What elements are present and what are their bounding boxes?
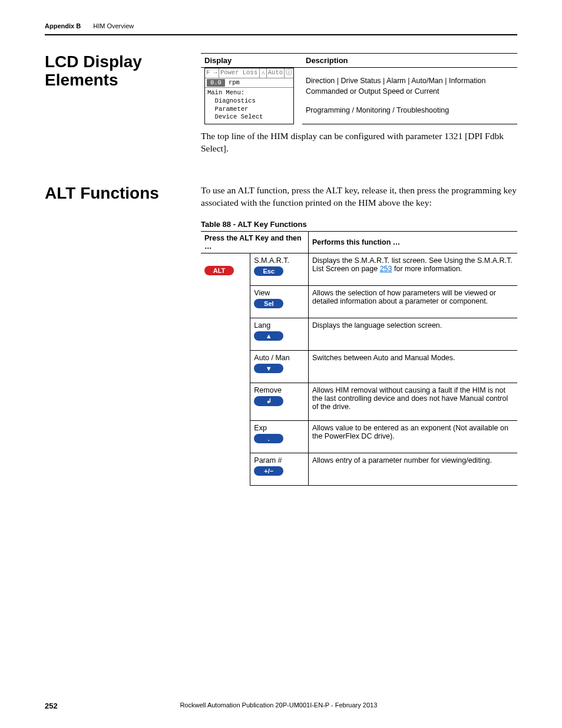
alt-functions-table: Press the ALT Key and then … Performs th… xyxy=(201,231,517,486)
key-pill-icon: ▼ xyxy=(254,364,283,373)
key-label: S.M.A.R.T. xyxy=(254,256,305,265)
alt-header-function: Performs this function … xyxy=(309,232,518,253)
function-desc: Displays the language selection screen. xyxy=(309,318,518,351)
key-label: Remove xyxy=(254,386,305,394)
key-pill-icon: +/− xyxy=(254,466,283,476)
function-desc: Allows HIM removal without causing a fau… xyxy=(309,383,518,421)
key-label: View xyxy=(254,289,305,297)
alt-key-cell: ALT xyxy=(201,253,250,486)
desc-row-1: Direction | Drive Status | Alarm | Auto/… xyxy=(302,68,517,87)
display-table: Display Description F → Power Loss ⚠ Aut… xyxy=(201,53,517,124)
key-pill-icon: ▲ xyxy=(254,331,283,341)
section-heading-lcd: LCD Display Elements xyxy=(45,53,201,90)
key-pill-icon: Sel xyxy=(254,299,283,308)
key-cell: S.M.A.R.T.Esc xyxy=(250,253,309,286)
publication-line: Rockwell Automation Publication 20P-UM00… xyxy=(58,701,500,710)
key-label: Auto / Man xyxy=(254,354,305,362)
key-cell: Lang▲ xyxy=(250,318,309,351)
key-pill-icon: Esc xyxy=(254,266,283,276)
running-header: Appendix B HIM Overview xyxy=(45,22,517,35)
chapter-name: HIM Overview xyxy=(93,22,134,29)
page-link[interactable]: 253 xyxy=(380,265,392,273)
section-heading-alt: ALT Functions xyxy=(45,185,201,203)
key-label: Exp xyxy=(254,424,305,432)
page-footer: 252 Rockwell Automation Publication 20P-… xyxy=(45,701,517,710)
display-table-header-display: Display xyxy=(201,54,302,68)
key-cell: Remove↲ xyxy=(250,383,309,421)
lcd-speed-unit: rpm xyxy=(229,79,240,87)
appendix-label: Appendix B xyxy=(45,22,81,29)
function-desc: Allows the selection of how parameters w… xyxy=(309,286,518,318)
lcd-speed-value: 0.0 xyxy=(207,79,225,87)
desc-row-2: Commanded or Output Speed or Current xyxy=(302,87,517,96)
page-number: 252 xyxy=(45,701,58,710)
key-label: Param # xyxy=(254,456,305,465)
function-desc: Allows entry of a parameter number for v… xyxy=(309,453,518,486)
key-label: Lang xyxy=(254,321,305,330)
alt-header-press: Press the ALT Key and then … xyxy=(201,232,309,253)
function-desc: Switches between Auto and Manual Modes. xyxy=(309,351,518,383)
lcd-mock: F → Power Loss ⚠ Auto ⓘ 0.0 rpm Main Men… xyxy=(204,68,294,124)
lcd-menu: Main Menu: Diagnostics Parameter Device … xyxy=(205,88,293,124)
key-cell: ViewSel xyxy=(250,286,309,318)
function-desc: Displays the S.M.A.R.T. list screen. See… xyxy=(309,253,518,286)
display-table-header-desc: Description xyxy=(302,54,517,68)
alt-key-icon: ALT xyxy=(204,266,234,275)
key-pill-icon: ↲ xyxy=(254,396,283,406)
key-cell: Param #+/− xyxy=(250,453,309,486)
key-pill-icon: . xyxy=(254,434,283,443)
section1-body: The top line of the HIM display can be c… xyxy=(201,130,517,155)
table-caption: Table 88 - ALT Key Functions xyxy=(201,220,517,229)
desc-row-3: Programming / Monitoring / Troubleshooti… xyxy=(302,96,517,124)
function-desc: Allows value to be entered as an exponen… xyxy=(309,421,518,453)
key-cell: Exp. xyxy=(250,421,309,453)
key-cell: Auto / Man▼ xyxy=(250,351,309,383)
section2-body: To use an ALT function, press the ALT ke… xyxy=(201,185,517,209)
